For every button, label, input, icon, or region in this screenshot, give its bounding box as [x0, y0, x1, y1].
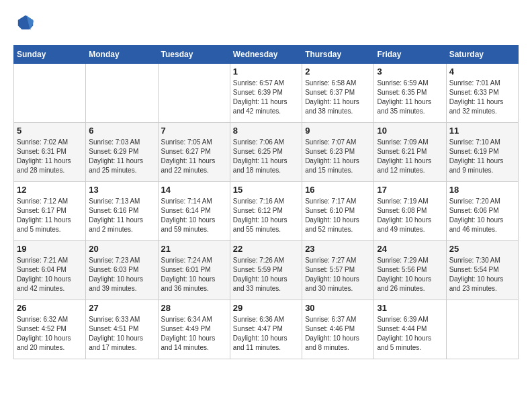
- weekday-header-friday: Friday: [374, 46, 446, 64]
- day-info: Sunrise: 7:20 AM Sunset: 6:06 PM Dayligh…: [449, 197, 515, 234]
- calendar-cell: [158, 64, 230, 123]
- day-info: Sunrise: 6:39 AM Sunset: 4:44 PM Dayligh…: [377, 315, 443, 353]
- day-info: Sunrise: 7:01 AM Sunset: 6:33 PM Dayligh…: [449, 79, 515, 116]
- calendar-header: SundayMondayTuesdayWednesdayThursdayFrid…: [14, 46, 519, 64]
- day-number: 23: [305, 244, 371, 254]
- day-number: 21: [161, 244, 227, 254]
- calendar-week-row: 19 Sunrise: 7:21 AM Sunset: 6:04 PM Dayl…: [14, 241, 519, 300]
- day-number: 5: [17, 126, 83, 136]
- day-number: 26: [17, 303, 83, 313]
- calendar-cell: 7 Sunrise: 7:05 AM Sunset: 6:27 PM Dayli…: [158, 123, 230, 182]
- weekday-header-thursday: Thursday: [302, 46, 374, 64]
- day-info: Sunrise: 7:21 AM Sunset: 6:04 PM Dayligh…: [17, 256, 83, 293]
- day-number: 7: [161, 126, 227, 136]
- day-number: 14: [161, 185, 227, 195]
- calendar-cell: 30 Sunrise: 6:37 AM Sunset: 4:46 PM Dayl…: [302, 300, 374, 359]
- calendar-cell: [446, 300, 518, 359]
- day-info: Sunrise: 7:16 AM Sunset: 6:12 PM Dayligh…: [233, 197, 299, 234]
- day-number: 29: [233, 303, 299, 313]
- weekday-header-tuesday: Tuesday: [158, 46, 230, 64]
- day-number: 12: [17, 185, 83, 195]
- day-info: Sunrise: 7:27 AM Sunset: 5:57 PM Dayligh…: [305, 256, 371, 293]
- logo-icon: [16, 13, 35, 32]
- weekday-header-sunday: Sunday: [14, 46, 86, 64]
- day-info: Sunrise: 7:26 AM Sunset: 5:59 PM Dayligh…: [233, 256, 299, 293]
- logo: [13, 13, 35, 35]
- day-info: Sunrise: 7:12 AM Sunset: 6:17 PM Dayligh…: [17, 197, 83, 234]
- day-number: 10: [377, 126, 443, 136]
- day-number: 17: [377, 185, 443, 195]
- calendar-cell: 3 Sunrise: 6:59 AM Sunset: 6:35 PM Dayli…: [374, 64, 446, 123]
- calendar-cell: 23 Sunrise: 7:27 AM Sunset: 5:57 PM Dayl…: [302, 241, 374, 300]
- calendar-cell: 24 Sunrise: 7:29 AM Sunset: 5:56 PM Dayl…: [374, 241, 446, 300]
- day-number: 22: [233, 244, 299, 254]
- calendar-cell: 16 Sunrise: 7:17 AM Sunset: 6:10 PM Dayl…: [302, 182, 374, 241]
- calendar-cell: 1 Sunrise: 6:57 AM Sunset: 6:39 PM Dayli…: [230, 64, 302, 123]
- day-info: Sunrise: 6:34 AM Sunset: 4:49 PM Dayligh…: [161, 315, 227, 353]
- day-info: Sunrise: 7:03 AM Sunset: 6:29 PM Dayligh…: [89, 138, 154, 175]
- calendar-week-row: 1 Sunrise: 6:57 AM Sunset: 6:39 PM Dayli…: [14, 64, 519, 123]
- calendar-cell: 22 Sunrise: 7:26 AM Sunset: 5:59 PM Dayl…: [230, 241, 302, 300]
- day-number: 8: [233, 126, 299, 136]
- calendar-cell: 28 Sunrise: 6:34 AM Sunset: 4:49 PM Dayl…: [158, 300, 230, 359]
- calendar-week-row: 12 Sunrise: 7:12 AM Sunset: 6:17 PM Dayl…: [14, 182, 519, 241]
- day-info: Sunrise: 6:59 AM Sunset: 6:35 PM Dayligh…: [377, 79, 443, 116]
- calendar-week-row: 5 Sunrise: 7:02 AM Sunset: 6:31 PM Dayli…: [14, 123, 519, 182]
- day-info: Sunrise: 6:58 AM Sunset: 6:37 PM Dayligh…: [305, 79, 371, 116]
- day-number: 24: [377, 244, 443, 254]
- calendar-cell: 17 Sunrise: 7:19 AM Sunset: 6:08 PM Dayl…: [374, 182, 446, 241]
- day-info: Sunrise: 7:14 AM Sunset: 6:14 PM Dayligh…: [161, 197, 227, 234]
- day-number: 13: [89, 185, 154, 195]
- day-info: Sunrise: 6:32 AM Sunset: 4:52 PM Dayligh…: [17, 315, 83, 353]
- weekday-header-row: SundayMondayTuesdayWednesdayThursdayFrid…: [14, 46, 519, 64]
- calendar-cell: 9 Sunrise: 7:07 AM Sunset: 6:23 PM Dayli…: [302, 123, 374, 182]
- day-number: 1: [233, 66, 299, 77]
- weekday-header-saturday: Saturday: [446, 46, 518, 64]
- day-number: 19: [17, 244, 83, 254]
- day-info: Sunrise: 7:09 AM Sunset: 6:21 PM Dayligh…: [377, 138, 443, 175]
- day-number: 4: [449, 66, 515, 77]
- day-info: Sunrise: 7:02 AM Sunset: 6:31 PM Dayligh…: [17, 138, 83, 175]
- day-number: 6: [89, 126, 154, 136]
- day-info: Sunrise: 6:37 AM Sunset: 4:46 PM Dayligh…: [305, 315, 371, 353]
- day-number: 31: [377, 303, 443, 313]
- calendar-cell: [14, 64, 86, 123]
- day-info: Sunrise: 7:24 AM Sunset: 6:01 PM Dayligh…: [161, 256, 227, 293]
- calendar-cell: 12 Sunrise: 7:12 AM Sunset: 6:17 PM Dayl…: [14, 182, 86, 241]
- calendar-cell: 25 Sunrise: 7:30 AM Sunset: 5:54 PM Dayl…: [446, 241, 518, 300]
- calendar-cell: 26 Sunrise: 6:32 AM Sunset: 4:52 PM Dayl…: [14, 300, 86, 359]
- calendar-week-row: 26 Sunrise: 6:32 AM Sunset: 4:52 PM Dayl…: [14, 300, 519, 359]
- day-number: 25: [449, 244, 515, 254]
- day-number: 2: [305, 66, 371, 77]
- day-number: 16: [305, 185, 371, 195]
- day-number: 9: [305, 126, 371, 136]
- day-info: Sunrise: 7:17 AM Sunset: 6:10 PM Dayligh…: [305, 197, 371, 234]
- day-info: Sunrise: 7:10 AM Sunset: 6:19 PM Dayligh…: [449, 138, 515, 175]
- calendar-cell: 29 Sunrise: 6:36 AM Sunset: 4:47 PM Dayl…: [230, 300, 302, 359]
- day-info: Sunrise: 7:23 AM Sunset: 6:03 PM Dayligh…: [89, 256, 154, 293]
- day-info: Sunrise: 7:05 AM Sunset: 6:27 PM Dayligh…: [161, 138, 227, 175]
- day-number: 28: [161, 303, 227, 313]
- day-info: Sunrise: 6:57 AM Sunset: 6:39 PM Dayligh…: [233, 79, 299, 116]
- calendar-cell: 5 Sunrise: 7:02 AM Sunset: 6:31 PM Dayli…: [14, 123, 86, 182]
- day-number: 15: [233, 185, 299, 195]
- day-number: 27: [89, 303, 154, 313]
- calendar-body: 1 Sunrise: 6:57 AM Sunset: 6:39 PM Dayli…: [14, 64, 519, 359]
- calendar-cell: 21 Sunrise: 7:24 AM Sunset: 6:01 PM Dayl…: [158, 241, 230, 300]
- calendar-cell: 2 Sunrise: 6:58 AM Sunset: 6:37 PM Dayli…: [302, 64, 374, 123]
- day-number: 18: [449, 185, 515, 195]
- day-number: 3: [377, 66, 443, 77]
- page-header: [13, 13, 519, 35]
- day-info: Sunrise: 7:07 AM Sunset: 6:23 PM Dayligh…: [305, 138, 371, 175]
- calendar-cell: 18 Sunrise: 7:20 AM Sunset: 6:06 PM Dayl…: [446, 182, 518, 241]
- calendar-cell: 19 Sunrise: 7:21 AM Sunset: 6:04 PM Dayl…: [14, 241, 86, 300]
- day-info: Sunrise: 7:13 AM Sunset: 6:16 PM Dayligh…: [89, 197, 154, 234]
- calendar-cell: 4 Sunrise: 7:01 AM Sunset: 6:33 PM Dayli…: [446, 64, 518, 123]
- day-info: Sunrise: 7:29 AM Sunset: 5:56 PM Dayligh…: [377, 256, 443, 293]
- calendar-cell: 10 Sunrise: 7:09 AM Sunset: 6:21 PM Dayl…: [374, 123, 446, 182]
- day-number: 30: [305, 303, 371, 313]
- weekday-header-wednesday: Wednesday: [230, 46, 302, 64]
- calendar-cell: 6 Sunrise: 7:03 AM Sunset: 6:29 PM Dayli…: [86, 123, 158, 182]
- calendar-cell: 15 Sunrise: 7:16 AM Sunset: 6:12 PM Dayl…: [230, 182, 302, 241]
- day-number: 11: [449, 126, 515, 136]
